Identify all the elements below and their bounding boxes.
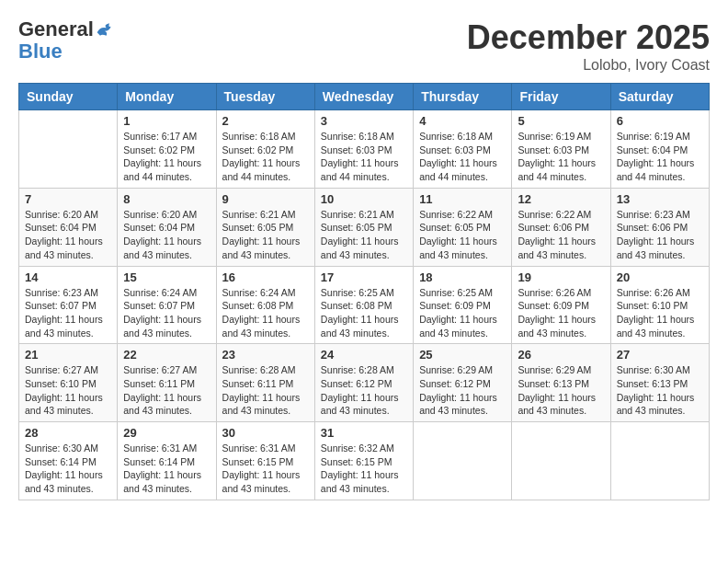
day-info: Sunrise: 6:20 AMSunset: 6:04 PMDaylight:… <box>123 208 210 262</box>
day-number: 25 <box>419 348 506 362</box>
day-number: 6 <box>617 114 703 128</box>
calendar-week-2: 7Sunrise: 6:20 AMSunset: 6:04 PMDaylight… <box>19 188 710 266</box>
day-info: Sunrise: 6:32 AMSunset: 6:15 PMDaylight:… <box>321 442 407 496</box>
day-number: 30 <box>222 426 309 440</box>
calendar-cell: 7Sunrise: 6:20 AMSunset: 6:04 PMDaylight… <box>19 188 118 266</box>
day-info: Sunrise: 6:24 AMSunset: 6:07 PMDaylight:… <box>123 286 210 340</box>
calendar-week-3: 14Sunrise: 6:23 AMSunset: 6:07 PMDayligh… <box>19 266 710 344</box>
day-number: 27 <box>617 348 703 362</box>
calendar-cell: 3Sunrise: 6:18 AMSunset: 6:03 PMDaylight… <box>314 110 413 189</box>
calendar-cell: 12Sunrise: 6:22 AMSunset: 6:06 PMDayligh… <box>512 188 610 266</box>
calendar-cell <box>414 422 512 500</box>
day-number: 19 <box>518 270 604 284</box>
calendar-cell <box>19 110 118 189</box>
day-number: 17 <box>321 270 407 284</box>
day-info: Sunrise: 6:18 AMSunset: 6:03 PMDaylight:… <box>419 130 506 184</box>
day-info: Sunrise: 6:25 AMSunset: 6:09 PMDaylight:… <box>419 286 506 340</box>
calendar-cell: 6Sunrise: 6:19 AMSunset: 6:04 PMDaylight… <box>610 110 709 189</box>
calendar-cell: 28Sunrise: 6:30 AMSunset: 6:14 PMDayligh… <box>19 422 118 500</box>
calendar-cell: 24Sunrise: 6:28 AMSunset: 6:12 PMDayligh… <box>314 344 413 422</box>
calendar-cell: 4Sunrise: 6:18 AMSunset: 6:03 PMDaylight… <box>414 110 512 189</box>
header: General Blue December 2025 Lolobo, Ivory… <box>18 18 710 74</box>
calendar-cell: 5Sunrise: 6:19 AMSunset: 6:03 PMDaylight… <box>512 110 610 189</box>
calendar-header-sunday: Sunday <box>19 84 118 110</box>
day-number: 26 <box>518 348 604 362</box>
calendar-cell: 2Sunrise: 6:18 AMSunset: 6:02 PMDaylight… <box>216 110 314 189</box>
calendar-header-tuesday: Tuesday <box>216 84 314 110</box>
day-info: Sunrise: 6:28 AMSunset: 6:12 PMDaylight:… <box>321 363 407 418</box>
day-info: Sunrise: 6:21 AMSunset: 6:05 PMDaylight:… <box>321 208 407 262</box>
calendar-header-wednesday: Wednesday <box>314 84 413 110</box>
calendar-cell: 11Sunrise: 6:22 AMSunset: 6:05 PMDayligh… <box>414 188 512 266</box>
day-number: 31 <box>321 426 407 440</box>
calendar-cell: 21Sunrise: 6:27 AMSunset: 6:10 PMDayligh… <box>19 344 118 422</box>
calendar-header-saturday: Saturday <box>610 84 709 110</box>
day-info: Sunrise: 6:29 AMSunset: 6:12 PMDaylight:… <box>419 363 506 418</box>
day-number: 4 <box>419 114 506 128</box>
day-info: Sunrise: 6:22 AMSunset: 6:05 PMDaylight:… <box>419 208 506 262</box>
logo-bird-icon <box>96 21 114 38</box>
calendar-cell: 17Sunrise: 6:25 AMSunset: 6:08 PMDayligh… <box>314 266 413 344</box>
calendar-cell: 23Sunrise: 6:28 AMSunset: 6:11 PMDayligh… <box>216 344 314 422</box>
calendar-cell: 8Sunrise: 6:20 AMSunset: 6:04 PMDaylight… <box>118 188 216 266</box>
day-info: Sunrise: 6:27 AMSunset: 6:11 PMDaylight:… <box>123 363 210 418</box>
day-number: 24 <box>321 348 407 362</box>
calendar-cell: 26Sunrise: 6:29 AMSunset: 6:13 PMDayligh… <box>512 344 610 422</box>
day-number: 12 <box>518 192 604 206</box>
calendar-cell: 27Sunrise: 6:30 AMSunset: 6:13 PMDayligh… <box>610 344 709 422</box>
calendar-cell <box>512 422 610 500</box>
calendar-cell: 13Sunrise: 6:23 AMSunset: 6:06 PMDayligh… <box>610 188 709 266</box>
day-info: Sunrise: 6:19 AMSunset: 6:04 PMDaylight:… <box>617 130 703 184</box>
calendar-cell: 9Sunrise: 6:21 AMSunset: 6:05 PMDaylight… <box>216 188 314 266</box>
logo-blue-text: Blue <box>18 40 63 63</box>
calendar-cell: 16Sunrise: 6:24 AMSunset: 6:08 PMDayligh… <box>216 266 314 344</box>
day-info: Sunrise: 6:30 AMSunset: 6:14 PMDaylight:… <box>25 442 111 496</box>
calendar-cell: 29Sunrise: 6:31 AMSunset: 6:14 PMDayligh… <box>118 422 216 500</box>
day-number: 5 <box>518 114 604 128</box>
calendar-cell: 22Sunrise: 6:27 AMSunset: 6:11 PMDayligh… <box>118 344 216 422</box>
calendar-cell <box>610 422 709 500</box>
calendar-cell: 18Sunrise: 6:25 AMSunset: 6:09 PMDayligh… <box>414 266 512 344</box>
location: Lolobo, Ivory Coast <box>467 57 710 74</box>
day-number: 9 <box>222 192 309 206</box>
day-number: 14 <box>25 270 111 284</box>
day-number: 21 <box>25 348 111 362</box>
day-number: 13 <box>617 192 703 206</box>
day-info: Sunrise: 6:18 AMSunset: 6:02 PMDaylight:… <box>222 130 309 184</box>
month-title: December 2025 <box>467 18 710 57</box>
calendar-cell: 15Sunrise: 6:24 AMSunset: 6:07 PMDayligh… <box>118 266 216 344</box>
logo-general-text: General <box>18 18 94 40</box>
calendar-header-thursday: Thursday <box>414 84 512 110</box>
calendar-cell: 14Sunrise: 6:23 AMSunset: 6:07 PMDayligh… <box>19 266 118 344</box>
day-info: Sunrise: 6:25 AMSunset: 6:08 PMDaylight:… <box>321 286 407 340</box>
logo: General Blue <box>18 18 114 63</box>
day-number: 11 <box>419 192 506 206</box>
calendar-header-friday: Friday <box>512 84 610 110</box>
calendar-cell: 25Sunrise: 6:29 AMSunset: 6:12 PMDayligh… <box>414 344 512 422</box>
day-info: Sunrise: 6:24 AMSunset: 6:08 PMDaylight:… <box>222 286 309 340</box>
day-info: Sunrise: 6:23 AMSunset: 6:06 PMDaylight:… <box>617 208 703 262</box>
calendar-cell: 31Sunrise: 6:32 AMSunset: 6:15 PMDayligh… <box>314 422 413 500</box>
calendar-week-5: 28Sunrise: 6:30 AMSunset: 6:14 PMDayligh… <box>19 422 710 500</box>
day-info: Sunrise: 6:26 AMSunset: 6:10 PMDaylight:… <box>617 286 703 340</box>
calendar-week-1: 1Sunrise: 6:17 AMSunset: 6:02 PMDaylight… <box>19 110 710 189</box>
day-number: 15 <box>123 270 210 284</box>
day-number: 22 <box>123 348 210 362</box>
day-info: Sunrise: 6:17 AMSunset: 6:02 PMDaylight:… <box>123 130 210 184</box>
calendar-week-4: 21Sunrise: 6:27 AMSunset: 6:10 PMDayligh… <box>19 344 710 422</box>
day-info: Sunrise: 6:20 AMSunset: 6:04 PMDaylight:… <box>25 208 111 262</box>
calendar-cell: 20Sunrise: 6:26 AMSunset: 6:10 PMDayligh… <box>610 266 709 344</box>
day-info: Sunrise: 6:21 AMSunset: 6:05 PMDaylight:… <box>222 208 309 262</box>
day-info: Sunrise: 6:23 AMSunset: 6:07 PMDaylight:… <box>25 286 111 340</box>
day-info: Sunrise: 6:29 AMSunset: 6:13 PMDaylight:… <box>518 363 604 418</box>
calendar-cell: 30Sunrise: 6:31 AMSunset: 6:15 PMDayligh… <box>216 422 314 500</box>
day-number: 10 <box>321 192 407 206</box>
day-number: 18 <box>419 270 506 284</box>
day-number: 8 <box>123 192 210 206</box>
day-info: Sunrise: 6:30 AMSunset: 6:13 PMDaylight:… <box>617 363 703 418</box>
day-number: 28 <box>25 426 111 440</box>
day-number: 7 <box>25 192 111 206</box>
day-number: 29 <box>123 426 210 440</box>
day-info: Sunrise: 6:19 AMSunset: 6:03 PMDaylight:… <box>518 130 604 184</box>
calendar-header-monday: Monday <box>118 84 216 110</box>
